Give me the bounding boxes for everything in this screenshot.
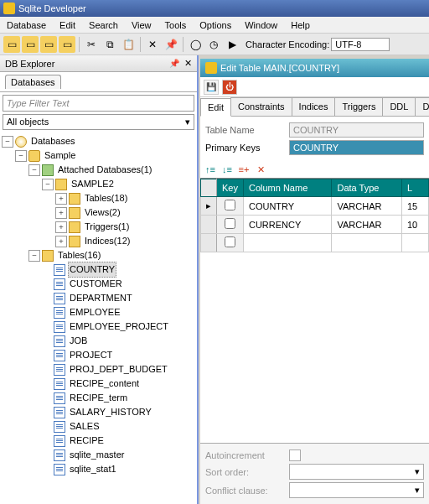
tree-table-item[interactable]: EMPLOYEE xyxy=(68,305,122,320)
tree-table-item[interactable]: SALARY_HISTORY xyxy=(68,405,153,419)
col-name[interactable]: Column Name xyxy=(243,179,331,197)
col-len[interactable]: L xyxy=(402,179,429,197)
sort-order-label: Sort order: xyxy=(205,467,289,477)
delete-row-icon[interactable]: ✕ xyxy=(254,163,267,176)
tree-table-item[interactable]: RECIPE_content xyxy=(68,377,141,391)
table-icon xyxy=(54,364,65,376)
add-row-icon[interactable]: ≡+ xyxy=(237,163,251,176)
autoincrement-label: Autoincrement xyxy=(205,450,289,460)
col-type[interactable]: Data Type xyxy=(332,179,402,197)
tb-pin-icon[interactable]: 📌 xyxy=(163,36,179,53)
all-objects-select[interactable]: All objects▾ xyxy=(3,114,194,130)
table-icon xyxy=(54,307,65,319)
table-icon xyxy=(54,464,65,475)
explorer-tab-databases[interactable]: Databases xyxy=(5,75,61,89)
table-icon xyxy=(54,321,65,333)
tb-copy-icon[interactable]: ⧉ xyxy=(101,36,118,53)
tab-triggers[interactable]: Triggers xyxy=(334,97,383,116)
grid-row[interactable] xyxy=(201,234,429,252)
tree-table-item[interactable]: PROJECT xyxy=(68,348,114,362)
menu-help[interactable]: Help xyxy=(287,18,313,32)
tree-table-item[interactable]: PROJ_DEPT_BUDGET xyxy=(68,362,169,377)
conflict-select[interactable]: ▾ xyxy=(289,482,424,498)
tree-s2-triggers[interactable]: Triggers(1) xyxy=(83,220,131,234)
table-icon xyxy=(54,350,65,361)
folder-icon xyxy=(42,250,54,262)
grid-row[interactable]: ▸ COUNTRY VARCHAR 15 xyxy=(201,197,429,216)
tb-clock-icon[interactable]: ◷ xyxy=(205,36,222,53)
menu-view[interactable]: View xyxy=(128,18,155,32)
autoincrement-checkbox[interactable] xyxy=(289,449,301,461)
tab-data[interactable]: Data xyxy=(415,97,429,116)
menu-search[interactable]: Search xyxy=(85,18,121,32)
tree-table-item[interactable]: COUNTRY xyxy=(68,262,116,278)
sort-order-select[interactable]: ▾ xyxy=(289,464,424,480)
tree-table-item[interactable]: sqlite_master xyxy=(68,448,126,462)
tree-sample2[interactable]: SAMPLE2 xyxy=(70,177,116,191)
tree-table-item[interactable]: SALES xyxy=(68,419,101,434)
table-icon xyxy=(54,335,65,347)
folder-icon xyxy=(42,164,54,176)
menu-options[interactable]: Options xyxy=(196,18,235,32)
edit-table-pane: Edit Table MAIN.[COUNTRY] 💾 ⏻ Edit Const… xyxy=(200,59,429,504)
tb-open-icon[interactable]: ▭ xyxy=(22,36,39,53)
key-checkbox[interactable] xyxy=(225,200,235,210)
tb-cut-icon[interactable]: ✂ xyxy=(83,36,100,53)
tree-attached[interactable]: Attached Databases(1) xyxy=(56,163,154,177)
tb-db2-icon[interactable]: ▭ xyxy=(59,36,75,53)
tree-sample[interactable]: Sample xyxy=(43,148,77,163)
tree-tables[interactable]: Tables(16) xyxy=(56,248,102,262)
key-checkbox[interactable] xyxy=(225,236,235,247)
tree-table-item[interactable]: JOB xyxy=(68,334,89,348)
app-icon xyxy=(3,3,15,14)
editor-tabs: Edit Constraints Indices Triggers DDL Da… xyxy=(200,97,429,117)
window-icon xyxy=(205,62,217,74)
encoding-select[interactable]: UTF-8 xyxy=(331,38,390,51)
menu-window[interactable]: Window xyxy=(241,18,281,32)
col-key[interactable]: Key xyxy=(217,179,244,197)
pk-input[interactable]: COUNTRY xyxy=(289,140,424,155)
tree-s2-indices[interactable]: Indices(12) xyxy=(83,234,132,248)
stop-icon[interactable]: ⏻ xyxy=(222,80,237,95)
table-name-input[interactable]: COUNTRY xyxy=(289,122,424,138)
save-icon[interactable]: 💾 xyxy=(204,80,219,95)
tab-edit[interactable]: Edit xyxy=(200,98,231,117)
tab-ddl[interactable]: DDL xyxy=(382,97,416,116)
chevron-down-icon: ▾ xyxy=(185,117,190,127)
filter-input[interactable]: Type Filter Text xyxy=(3,95,194,112)
tab-indices[interactable]: Indices xyxy=(292,97,336,116)
tree-table-item[interactable]: DEPARTMENT xyxy=(68,291,134,305)
tree-table-item[interactable]: RECIPE_term xyxy=(68,391,129,405)
tree-table-item[interactable]: CUSTOMER xyxy=(68,277,124,291)
tree-s2-views[interactable]: Views(2) xyxy=(83,205,122,220)
tb-stop-icon[interactable]: ◯ xyxy=(187,36,204,53)
tb-close-icon[interactable]: ✕ xyxy=(144,36,161,53)
tb-run-icon[interactable]: ▶ xyxy=(224,36,240,53)
sort-asc-icon[interactable]: ↑≡ xyxy=(204,163,217,176)
encoding-label: Character Encoding: xyxy=(246,39,329,49)
menu-database[interactable]: Database xyxy=(3,18,49,32)
folder-icon xyxy=(69,221,80,233)
pin-icon[interactable]: 📌 xyxy=(169,59,179,68)
tree-databases[interactable]: Databases xyxy=(29,134,77,148)
menu-tools[interactable]: Tools xyxy=(162,18,190,32)
tb-paste-icon[interactable]: 📋 xyxy=(120,36,137,53)
table-icon xyxy=(54,392,65,404)
tree-table-item[interactable]: sqlite_stat1 xyxy=(68,462,118,476)
explorer-title: DB Explorer xyxy=(5,59,54,69)
grid-row[interactable]: CURRENCY VARCHAR 10 xyxy=(201,216,429,234)
tab-constraints[interactable]: Constraints xyxy=(230,97,292,116)
tb-new-icon[interactable]: ▭ xyxy=(3,36,20,53)
tree-table-item[interactable]: RECIPE xyxy=(68,434,106,448)
close-icon[interactable]: ✕ xyxy=(184,58,192,69)
tb-db-icon[interactable]: ▭ xyxy=(40,36,57,53)
table-icon xyxy=(54,264,65,276)
table-icon xyxy=(54,435,65,447)
menu-edit[interactable]: Edit xyxy=(56,18,79,32)
key-checkbox[interactable] xyxy=(225,218,235,229)
sort-desc-icon[interactable]: ↓≡ xyxy=(220,163,234,176)
db-explorer-pane: DB Explorer 📌 ✕ Databases Type Filter Te… xyxy=(0,55,199,504)
tree-table-item[interactable]: EMPLOYEE_PROJECT xyxy=(68,320,170,334)
folder-icon xyxy=(69,207,80,219)
tree-s2-tables[interactable]: Tables(18) xyxy=(83,191,129,205)
